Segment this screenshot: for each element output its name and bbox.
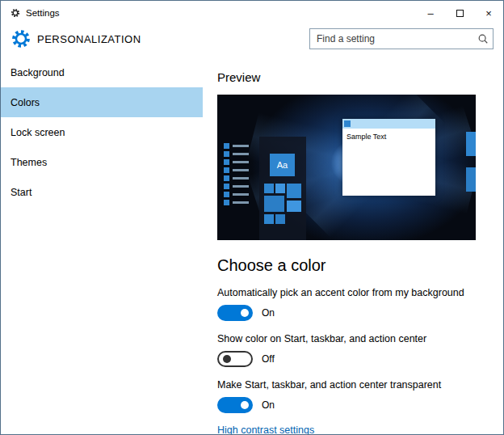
high-contrast-link[interactable]: High contrast settings [217,424,314,435]
close-icon: × [485,7,492,19]
search-box [309,28,494,49]
personalization-gear-icon [10,28,32,49]
choose-color-heading: Choose a color [217,256,474,275]
preview-accent-tile: Aa [270,154,295,176]
toggle-knob [241,309,249,317]
preview-window-button [344,120,351,127]
search-input[interactable] [309,28,494,49]
sidebar-item-label: Background [10,67,65,78]
toggle-state: On [262,307,275,319]
setting-show-color: Show color on Start, taskbar, and action… [217,333,474,367]
setting-transparent: Make Start, taskbar, and action center t… [217,379,474,413]
transparency-toggle[interactable] [217,397,253,413]
search-icon[interactable] [477,33,489,48]
preview-sample-window: Sample Text [342,119,435,196]
preview-edge-tile [466,167,476,192]
preview-sample-text: Sample Text [342,129,435,145]
maximize-button[interactable] [445,1,474,25]
toggle-state: Off [262,353,275,365]
sidebar-item-background[interactable]: Background [1,57,203,87]
setting-label: Show color on Start, taskbar, and action… [217,333,474,344]
setting-label: Make Start, taskbar, and action center t… [217,379,474,391]
window-title: Settings [26,8,60,18]
setting-auto-accent: Automatically pick an accent color from … [217,287,474,321]
page-title: PERSONALIZATION [37,33,141,45]
toggle-knob [241,401,249,409]
preview-app-list [224,143,249,208]
preview-heading: Preview [217,70,474,84]
setting-label: Automatically pick an accent color from … [217,287,474,298]
sidebar-item-start[interactable]: Start [1,177,203,207]
sidebar: Background Colors Lock screen Themes Sta… [1,53,203,435]
sidebar-item-colors[interactable]: Colors [1,87,203,117]
main-content: Preview Aa [203,53,503,435]
minimize-button[interactable]: – [416,1,445,25]
close-button[interactable]: × [474,1,503,25]
window-controls: – × [416,1,503,25]
sidebar-item-label: Lock screen [10,127,65,138]
sidebar-item-label: Colors [10,97,40,108]
sidebar-item-themes[interactable]: Themes [1,147,203,177]
toggle-knob [223,355,231,363]
show-color-toggle[interactable] [217,351,253,367]
title-bar: Settings – × [1,1,503,25]
preview-start-menu: Aa [259,137,306,240]
settings-window: Settings – × PERSONALIZATION [0,0,504,435]
page-header: PERSONALIZATION [1,25,503,53]
gear-icon [10,8,20,18]
auto-accent-toggle[interactable] [217,305,253,321]
sidebar-item-lock-screen[interactable]: Lock screen [1,117,203,147]
sidebar-item-label: Themes [10,157,47,168]
toggle-state: On [262,399,275,411]
preview-edge-tile [466,132,476,156]
preview-image: Aa Sample Text [217,95,476,240]
maximize-icon [456,10,464,17]
minimize-icon: – [427,7,433,19]
preview-window-titlebar [342,119,435,129]
sidebar-item-label: Start [10,187,32,198]
